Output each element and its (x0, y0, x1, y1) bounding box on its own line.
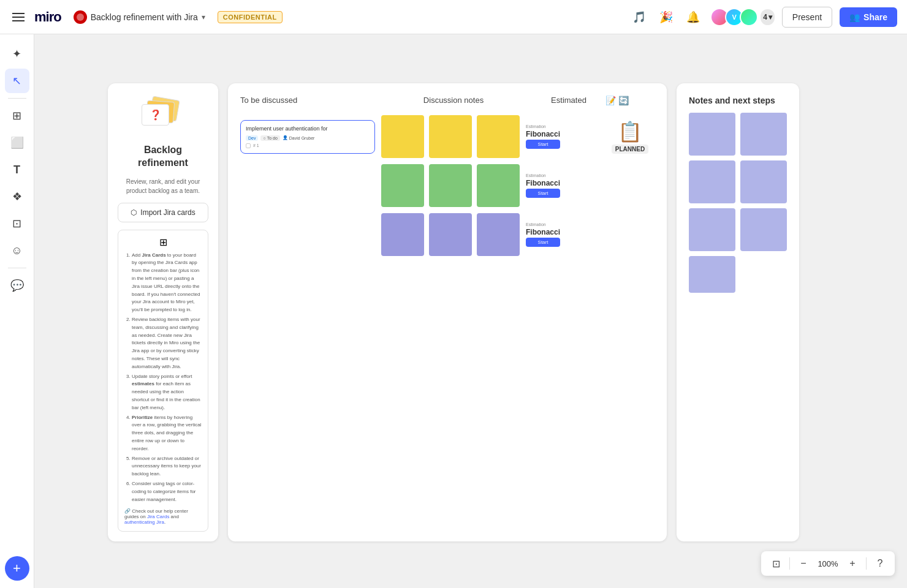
estimation-row-2: Estimation Fibonacci Start (526, 173, 599, 198)
planned-widget: 📋 PLANNED (605, 120, 655, 154)
jira-card-meta: Dev ○To do 👤David Gruber (246, 135, 370, 141)
svg-point-0 (77, 13, 84, 21)
fibonacci-name-3: Fibonacci (526, 228, 560, 236)
music-icon[interactable]: 🎵 (629, 7, 649, 27)
share-icon: 👥 (849, 12, 860, 22)
col-header-estimated: Estimated (532, 96, 605, 105)
toolbar-add-button[interactable]: + (5, 556, 29, 581)
sticky-yellow-2[interactable] (429, 115, 472, 158)
sticky-purple-1[interactable] (381, 213, 424, 256)
present-button[interactable]: Present (782, 7, 832, 28)
zoom-out-button[interactable]: − (794, 554, 813, 573)
fibonacci-widget-1: Estimation Fibonacci Start (526, 124, 560, 149)
confidential-badge: CONFIDENTIAL (218, 11, 283, 23)
bt-divider-2 (866, 557, 867, 570)
fibonacci-name-2: Fibonacci (526, 179, 560, 187)
avatar-count[interactable]: 4 ▾ (761, 9, 775, 25)
toolbar-item-select[interactable]: ↖ (5, 69, 29, 93)
start-button-3[interactable]: Start (526, 238, 560, 247)
sticky-yellow-1[interactable] (381, 115, 424, 158)
sticky-purple-3[interactable] (477, 213, 520, 256)
sticky-green-1[interactable] (381, 164, 424, 207)
board-row-2-empty (240, 164, 375, 207)
note-sticky-5[interactable] (689, 208, 735, 251)
jira-cards-link[interactable]: Jira Cards (147, 514, 169, 519)
toolbar-item-table[interactable]: ⊞ (5, 104, 29, 128)
estimation-label-1: Estimation (526, 124, 560, 129)
col-header-planned-icons: 📝🔄 (605, 96, 655, 105)
sticky-green-2[interactable] (429, 164, 472, 207)
jira-card[interactable]: Implement user authentication for Dev ○T… (240, 120, 375, 154)
sticky-green-3[interactable] (477, 164, 520, 207)
board-rows: Implement user authentication for Dev ○T… (240, 115, 655, 256)
toolbar-item-templates[interactable]: ✦ (5, 42, 29, 66)
menu-button[interactable] (10, 10, 27, 24)
board-name-container[interactable]: Backlog refinement with Jira ▾ (69, 8, 210, 26)
jira-status: ○To do (260, 135, 279, 141)
toolbar-divider (8, 98, 26, 99)
toolbar-divider-2 (8, 268, 26, 268)
note-sticky-6[interactable] (740, 208, 787, 251)
note-sticky-2[interactable] (740, 113, 787, 156)
board-row-2: Estimation Fibonacci Start (240, 164, 655, 207)
avatars-group: V 4 ▾ (710, 8, 775, 26)
avatar-3 (740, 8, 758, 26)
celebrate-icon[interactable]: 🎉 (656, 7, 676, 27)
instructions-icon: ⊞ (124, 236, 202, 248)
bottom-toolbar: ⊡ − 100% + ? (761, 551, 895, 576)
zoom-level: 100% (816, 559, 840, 568)
planned-icon: 📋 (618, 120, 642, 143)
estimation-label-3: Estimation (526, 222, 560, 227)
note-sticky-3[interactable] (689, 160, 735, 203)
board-header: To be discussed Discussion notes Estimat… (240, 96, 655, 105)
card-3: ❓ (142, 104, 169, 126)
board-row-1: Implement user authentication for Dev ○T… (240, 115, 655, 158)
topbar-right: 🎵 🎉 🔔 V 4 ▾ Present 👥 Share (629, 7, 897, 28)
panel-subtitle: Review, rank, and edit your product back… (118, 177, 208, 195)
help-button[interactable]: ? (870, 554, 890, 573)
sticky-yellow-3[interactable] (477, 115, 520, 158)
zoom-in-button[interactable]: + (843, 554, 862, 573)
fibonacci-name-1: Fibonacci (526, 130, 560, 138)
notes-title: Notes and next steps (689, 96, 787, 105)
start-button-1[interactable]: Start (526, 140, 560, 149)
import-jira-button[interactable]: ⬡ Import Jira cards (118, 203, 208, 222)
card-stack-illustration: ❓ (142, 98, 184, 132)
yellow-stickies (381, 115, 520, 158)
frame-select-icon[interactable]: ⊡ (766, 554, 786, 573)
jira-icon: ⬡ (131, 208, 137, 217)
share-button[interactable]: 👥 Share (840, 7, 897, 27)
panel-title: Backlog refinement (118, 144, 208, 170)
instructions-panel: ⊞ Add Jira Cards to your board by openin… (118, 230, 208, 532)
green-stickies (381, 164, 520, 207)
note-sticky-7[interactable] (689, 256, 735, 293)
board-name: Backlog refinement with Jira (91, 12, 198, 22)
notes-grid (689, 113, 787, 293)
toolbar-item-frame[interactable]: ⊡ (5, 211, 29, 236)
chevron-icon: ▾ (768, 13, 772, 21)
auth-jira-link[interactable]: authenticating Jira (124, 519, 164, 525)
left-toolbar: ✦ ↖ ⊞ ⬜ T ❖ ⊡ ☺ 💬 + (0, 34, 34, 588)
board-avatar (74, 10, 87, 24)
instructions-text: Add Jira Cards to your board by opening … (124, 252, 202, 504)
jira-card-title: Implement user authentication for (246, 126, 370, 132)
canvas: ❓ Backlog refinement Review, rank, and e… (34, 34, 907, 588)
toolbar-item-comment[interactable]: 💬 (5, 273, 29, 298)
estimation-label-2: Estimation (526, 173, 560, 178)
start-button-2[interactable]: Start (526, 189, 560, 198)
estimation-row-1: Estimation Fibonacci Start (526, 124, 599, 149)
notifications-icon[interactable]: 🔔 (683, 7, 703, 27)
main-board: To be discussed Discussion notes Estimat… (228, 83, 667, 541)
toolbar-item-text[interactable]: T (5, 157, 29, 182)
purple-stickies (381, 213, 520, 256)
toolbar-item-emoji[interactable]: ☺ (5, 238, 29, 263)
toolbar-item-shapes[interactable]: ❖ (5, 184, 29, 209)
sticky-purple-2[interactable] (429, 213, 472, 256)
note-sticky-1[interactable] (689, 113, 735, 156)
note-sticky-4[interactable] (740, 160, 787, 203)
jira-checkbox[interactable] (246, 143, 251, 148)
toolbar-item-sticky[interactable]: ⬜ (5, 130, 29, 155)
planned-text: PLANNED (612, 145, 648, 154)
panel-illustration: ❓ (118, 93, 208, 137)
bt-divider (789, 557, 790, 570)
